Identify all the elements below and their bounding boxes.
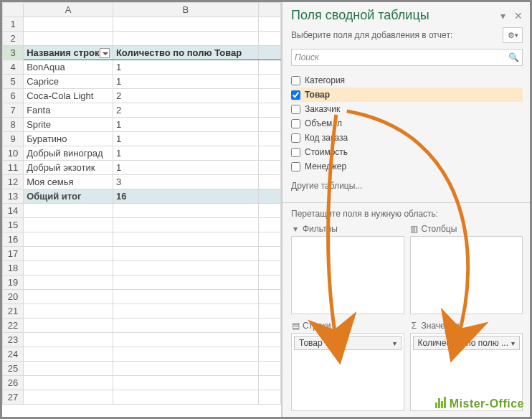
row-header[interactable]: 16: [3, 232, 24, 247]
cell[interactable]: [258, 204, 280, 218]
cell[interactable]: [24, 17, 113, 32]
row-header[interactable]: 22: [3, 319, 24, 333]
row-header[interactable]: 26: [3, 376, 24, 390]
row-header[interactable]: 24: [3, 347, 24, 362]
row-header[interactable]: 8: [3, 118, 24, 132]
filter-dropdown-icon[interactable]: [100, 48, 110, 58]
cell[interactable]: [113, 390, 258, 405]
row-header[interactable]: 20: [3, 290, 24, 304]
pivot-total-value[interactable]: 16: [113, 189, 258, 204]
pivot-row-label[interactable]: Coca-Cola Light: [24, 89, 113, 103]
cell[interactable]: [113, 319, 258, 333]
cell[interactable]: [113, 247, 258, 261]
cell[interactable]: [258, 390, 280, 405]
field-list[interactable]: КатегорияТоварЗаказчикОбъем, лКод заказа…: [291, 73, 523, 174]
row-header[interactable]: 19: [3, 276, 24, 290]
row-header[interactable]: 7: [3, 103, 24, 118]
cell[interactable]: [258, 319, 280, 333]
close-icon[interactable]: ✕: [514, 10, 523, 22]
cell[interactable]: [113, 17, 258, 32]
cell[interactable]: [24, 319, 113, 333]
pivot-row-label[interactable]: Sprite: [24, 118, 113, 132]
zone-rows[interactable]: ▤Строки Товар ▾: [291, 320, 404, 411]
row-header[interactable]: 12: [3, 175, 24, 189]
col-header-extra[interactable]: [258, 3, 280, 17]
field-item[interactable]: Товар: [291, 88, 523, 102]
pivot-row-value[interactable]: 1: [113, 118, 258, 132]
row-header[interactable]: 23: [3, 333, 24, 347]
row-header[interactable]: 21: [3, 304, 24, 319]
zone-filters[interactable]: ▾Фильтры: [291, 223, 404, 314]
pivot-row-label[interactable]: Caprice: [24, 75, 113, 89]
cell[interactable]: [258, 376, 280, 390]
cell[interactable]: [113, 218, 258, 232]
cell[interactable]: [258, 89, 280, 103]
field-item[interactable]: Стоимость: [291, 145, 523, 159]
field-item[interactable]: Заказчик: [291, 102, 523, 116]
cell[interactable]: [24, 276, 113, 290]
spreadsheet-grid[interactable]: AB123Названия строкКоличество по полю То…: [2, 2, 281, 405]
row-header[interactable]: 15: [3, 218, 24, 232]
cell[interactable]: [258, 118, 280, 132]
row-header[interactable]: 25: [3, 362, 24, 376]
pivot-row-value[interactable]: 2: [113, 103, 258, 118]
search-icon[interactable]: 🔍: [508, 52, 519, 62]
chevron-down-icon[interactable]: ▾: [393, 339, 396, 347]
row-header[interactable]: 10: [3, 146, 24, 161]
cell[interactable]: [24, 304, 113, 319]
cell[interactable]: [258, 232, 280, 247]
cell[interactable]: [258, 103, 280, 118]
pivot-row-value[interactable]: 1: [113, 75, 258, 89]
cell[interactable]: [258, 218, 280, 232]
cell[interactable]: [113, 290, 258, 304]
cell[interactable]: [258, 189, 280, 204]
pivot-row-label[interactable]: Добрый виноград: [24, 146, 113, 161]
cell[interactable]: [24, 232, 113, 247]
cell[interactable]: [24, 290, 113, 304]
gear-icon[interactable]: ⚙: [503, 27, 523, 43]
cell[interactable]: [113, 347, 258, 362]
zone-rows-item[interactable]: Товар ▾: [294, 336, 402, 350]
cell[interactable]: [113, 333, 258, 347]
cell[interactable]: [113, 276, 258, 290]
field-checkbox[interactable]: [291, 76, 300, 85]
cell[interactable]: [258, 60, 280, 75]
zone-columns[interactable]: ▥Столбцы: [410, 223, 523, 314]
row-header[interactable]: 13: [3, 189, 24, 204]
cell[interactable]: [258, 75, 280, 89]
search-input[interactable]: Поиск 🔍: [291, 49, 523, 66]
cell[interactable]: [113, 204, 258, 218]
field-item[interactable]: Категория: [291, 73, 523, 88]
cell[interactable]: [258, 304, 280, 319]
row-header[interactable]: 6: [3, 89, 24, 103]
cell[interactable]: [258, 146, 280, 161]
row-header[interactable]: 17: [3, 247, 24, 261]
pivot-row-value[interactable]: 2: [113, 89, 258, 103]
row-header[interactable]: 18: [3, 261, 24, 276]
chevron-down-icon[interactable]: ▾: [511, 339, 515, 347]
spreadsheet-area[interactable]: AB123Названия строкКоличество по полю То…: [2, 2, 282, 417]
field-item[interactable]: Объем, л: [291, 116, 523, 131]
cell[interactable]: [113, 261, 258, 276]
field-checkbox[interactable]: [291, 105, 300, 114]
field-checkbox[interactable]: [291, 162, 300, 171]
pivot-row-value[interactable]: 1: [113, 146, 258, 161]
pivot-row-value[interactable]: 1: [113, 161, 258, 175]
cell[interactable]: [258, 290, 280, 304]
pivot-total-label[interactable]: Общий итог: [24, 189, 113, 204]
cell[interactable]: [113, 362, 258, 376]
cell[interactable]: [258, 276, 280, 290]
pivot-row-label[interactable]: Буратино: [24, 132, 113, 146]
cell[interactable]: [24, 390, 113, 405]
row-header[interactable]: 4: [3, 60, 24, 75]
pivot-row-value[interactable]: 1: [113, 60, 258, 75]
cell[interactable]: [258, 247, 280, 261]
zone-values-item[interactable]: Количество по полю ... ▾: [413, 336, 521, 350]
field-item[interactable]: Код заказа: [291, 131, 523, 145]
row-header[interactable]: 14: [3, 204, 24, 218]
zone-values[interactable]: ΣЗначения Количество по полю ... ▾: [410, 320, 523, 411]
cell[interactable]: [24, 261, 113, 276]
row-header[interactable]: 5: [3, 75, 24, 89]
pivot-row-label[interactable]: BonAqua: [24, 60, 113, 75]
pivot-row-label[interactable]: Fanta: [24, 103, 113, 118]
